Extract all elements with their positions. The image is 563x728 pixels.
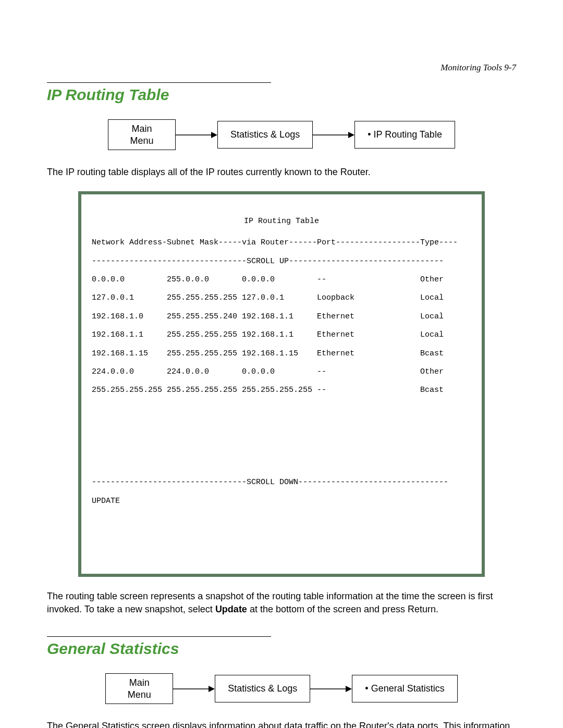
- crumb-label: Menu: [121, 135, 163, 147]
- table-row: 127.0.0.1 255.255.255.255 127.0.0.1 Loop…: [92, 293, 471, 303]
- crumb-general-statistics: • General Statistics: [352, 675, 457, 702]
- terminal-blank: [92, 515, 471, 542]
- section-general-statistics: General Statistics Main Menu Statistics …: [47, 636, 516, 728]
- arrow-icon: [176, 131, 217, 139]
- table-row: 255.255.255.255 255.255.255.255 255.255.…: [92, 386, 471, 395]
- arrow-icon: [310, 685, 352, 693]
- crumb-main-menu: Main Menu: [108, 119, 176, 150]
- crumb-main-menu: Main Menu: [105, 673, 173, 704]
- terminal-title: IP Routing Table: [92, 217, 471, 226]
- svg-marker-1: [211, 132, 217, 138]
- svg-marker-3: [348, 132, 354, 138]
- crumb-label: Main: [121, 123, 163, 135]
- crumb-ip-routing-table: • IP Routing Table: [354, 121, 455, 149]
- terminal-ip-routing: IP Routing Table Network Address-Subnet …: [78, 191, 485, 577]
- table-row: 0.0.0.0 255.0.0.0 0.0.0.0 -- Other: [92, 275, 471, 285]
- section-title-ip-routing: IP Routing Table: [47, 86, 516, 104]
- table-row: 192.168.1.15 255.255.255.255 192.168.1.1…: [92, 349, 471, 359]
- crumb-statistics-logs: Statistics & Logs: [215, 675, 310, 702]
- outro-bold: Update: [215, 604, 247, 614]
- svg-marker-5: [209, 686, 215, 692]
- arrow-icon: [173, 685, 215, 693]
- terminal-header-row: Network Address-Subnet Mask-----via Rout…: [92, 238, 471, 248]
- outro-post: at the bottom of the screen and press Re…: [247, 604, 438, 614]
- intro-text: The IP routing table displays all of the…: [47, 166, 516, 178]
- terminal-update: UPDATE: [92, 497, 471, 506]
- section-title-general-statistics: General Statistics: [47, 640, 516, 658]
- table-row: 192.168.1.0 255.255.255.240 192.168.1.1 …: [92, 312, 471, 322]
- outro-text: The routing table screen represents a sn…: [47, 590, 516, 615]
- svg-marker-7: [346, 686, 352, 692]
- section-rule: [47, 636, 271, 637]
- terminal-scroll-up: ---------------------------------SCROLL …: [92, 257, 471, 266]
- breadcrumb-ip-routing: Main Menu Statistics & Logs • IP Routing…: [47, 119, 516, 150]
- page-header: Monitoring Tools 9-7: [47, 63, 516, 73]
- table-row: 224.0.0.0 224.0.0.0 0.0.0.0 -- Other: [92, 367, 471, 377]
- intro-text: The General Statistics screen displays i…: [47, 720, 516, 728]
- section-ip-routing: IP Routing Table Main Menu Statistics & …: [47, 82, 516, 615]
- crumb-statistics-logs: Statistics & Logs: [217, 121, 313, 149]
- crumb-label: Menu: [118, 689, 160, 701]
- section-rule: [47, 82, 271, 83]
- breadcrumb-general-statistics: Main Menu Statistics & Logs • General St…: [47, 673, 516, 704]
- table-row: 192.168.1.1 255.255.255.255 192.168.1.1 …: [92, 330, 471, 340]
- terminal-scroll-down: ---------------------------------SCROLL …: [92, 478, 471, 487]
- crumb-label: Main: [118, 677, 160, 689]
- arrow-icon: [313, 131, 354, 139]
- terminal-blank: [92, 404, 471, 469]
